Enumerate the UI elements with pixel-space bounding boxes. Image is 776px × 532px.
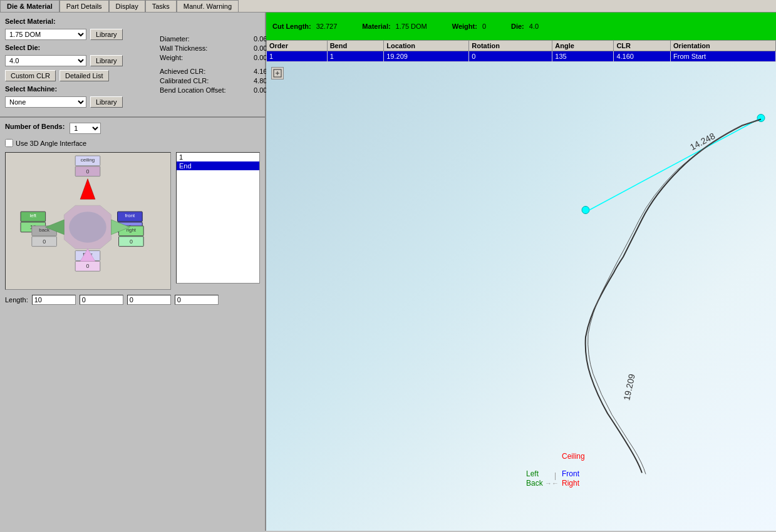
back-label: Back (526, 479, 544, 488)
bottom-left-panel: Number of Bends: 1 Use 3D Angle Interfac… (0, 118, 265, 531)
right-label: Right (562, 479, 580, 488)
svg-text:0: 0 (86, 168, 90, 175)
svg-text:0: 0 (86, 263, 90, 269)
bend-table-container: Order Bend Location Rotation Angle CLR O… (266, 40, 776, 62)
achieved-clr-label: Achieved CLR: (160, 68, 254, 75)
tab-bar: Die & Material Part Details Display Task… (0, 0, 776, 13)
use-3d-checkbox[interactable] (5, 139, 13, 147)
form-left: Select Material: 1.75 DOM Library Select… (5, 18, 153, 111)
cut-length-item: Cut Length: 32.727 (272, 23, 337, 30)
tab-tasks[interactable]: Tasks (145, 0, 177, 12)
list-item-end[interactable]: End (177, 161, 259, 170)
svg-text:0: 0 (130, 238, 133, 245)
die-label: Die: (511, 23, 524, 30)
col-rotation: Rotation (469, 41, 552, 51)
library-btn-2[interactable]: Library (90, 55, 123, 66)
library-btn-3[interactable]: Library (90, 96, 123, 108)
bend-table: Order Bend Location Rotation Angle CLR O… (266, 40, 776, 62)
svg-text:ceiling: ceiling (81, 157, 95, 163)
info-bar: Cut Length: 32.727 Material: 1.75 DOM We… (266, 13, 776, 40)
params-section: Diameter: 0.069 Wall Thickness: 0.004 We… (160, 18, 260, 111)
cell-angle: 135 (552, 51, 614, 62)
tab-part-details[interactable]: Part Details (59, 0, 109, 12)
machine-select[interactable]: None (5, 96, 86, 108)
length-input-1[interactable] (32, 295, 76, 305)
svg-marker-4 (80, 179, 95, 200)
material-value: 1.75 DOM (396, 23, 427, 30)
compass-list[interactable]: 1 End (176, 152, 260, 284)
calibrated-clr-label: Calibrated CLR: (160, 77, 254, 84)
die-item: Die: 4.0 (511, 23, 539, 30)
col-orientation: Orientation (671, 41, 776, 51)
cell-clr: 4.160 (614, 51, 671, 62)
tube-main-path (586, 120, 761, 473)
bend-offset-label: Bend Location Offset: (160, 86, 254, 94)
arrow-left: ← (552, 479, 559, 487)
custom-clr-btn[interactable]: Custom CLR (5, 70, 56, 81)
list-item-1[interactable]: 1 (177, 153, 259, 161)
material-label: Material: (362, 23, 390, 30)
cyan-line (589, 120, 758, 210)
length-input-3[interactable] (127, 295, 171, 305)
bend-visualization-svg: 14.248 19.209 Ceiling Left | Front Back … (266, 62, 776, 531)
material-item: Material: 1.75 DOM (362, 23, 427, 30)
table-row[interactable]: 1 1 19.209 0 135 4.160 From Start (267, 51, 776, 62)
length-label: Length: (5, 296, 28, 304)
arrow-back: → (545, 479, 552, 487)
compass-area: ceiling 0 left 10 back (5, 152, 171, 290)
divider: | (554, 471, 556, 480)
right-section: Cut Length: 32.727 Material: 1.75 DOM We… (266, 13, 776, 531)
cell-order: 1 (267, 51, 328, 62)
svg-text:0: 0 (43, 238, 46, 245)
library-btn-1[interactable]: Library (90, 29, 123, 40)
cell-bend: 1 (327, 51, 384, 62)
canvas-area: 14.248 19.209 Ceiling Left | Front Back … (266, 62, 776, 531)
point-mid (582, 207, 589, 214)
col-order: Order (267, 41, 328, 51)
diameter-label: Diameter: (160, 35, 254, 43)
svg-text:left: left (30, 213, 37, 218)
weight-item: Weight: 0 (452, 23, 486, 30)
cut-length-label: Cut Length: (272, 23, 311, 30)
tube-inner-path (588, 121, 758, 474)
weight-value: 0 (482, 23, 486, 30)
select-machine-label: Select Machine: (5, 85, 61, 93)
select-die-label: Select Die: (5, 44, 61, 51)
number-of-bends-label: Number of Bends: (5, 123, 65, 130)
left-label: Left (526, 469, 539, 478)
select-material-label: Select Material: (5, 18, 61, 25)
length-input-4[interactable] (175, 295, 219, 305)
detailed-list-btn[interactable]: Detailed List (59, 70, 109, 81)
col-location: Location (384, 41, 469, 51)
compass-svg: ceiling 0 left 10 back (6, 153, 170, 289)
use-3d-label: Use 3D Angle Interface (16, 140, 86, 147)
cut-length-value: 32.727 (316, 23, 338, 30)
wall-thickness-label: Wall Thickness: (160, 44, 254, 52)
length-input-2[interactable] (80, 295, 123, 305)
die-value: 4.0 (529, 23, 539, 30)
tab-display[interactable]: Display (109, 0, 145, 12)
cell-orientation: From Start (671, 51, 776, 62)
tab-manuf-warning[interactable]: Manuf. Warning (177, 0, 239, 12)
weight-label: Weight: (452, 23, 477, 30)
tab-die-material[interactable]: Die & Material (0, 0, 59, 12)
bends-select[interactable]: 1 (70, 123, 101, 134)
col-bend: Bend (327, 41, 384, 51)
weight-label: Weight: (160, 54, 254, 61)
main-container: Select Material: 1.75 DOM Library Select… (0, 13, 776, 531)
front-label: Front (562, 469, 580, 478)
ceiling-label: Ceiling (562, 452, 585, 461)
svg-point-26 (69, 212, 106, 243)
left-panel: Select Material: 1.75 DOM Library Select… (0, 13, 266, 531)
col-angle: Angle (552, 41, 614, 51)
material-select[interactable]: 1.75 DOM (5, 29, 86, 40)
label-19209: 19.209 (621, 373, 637, 401)
svg-text:front: front (125, 213, 135, 218)
cell-location: 19.209 (384, 51, 469, 62)
col-clr: CLR (614, 41, 671, 51)
die-select[interactable]: 4.0 (5, 55, 86, 66)
cell-rotation: 0 (469, 51, 552, 62)
left-top-form: Select Material: 1.75 DOM Library Select… (0, 13, 265, 118)
